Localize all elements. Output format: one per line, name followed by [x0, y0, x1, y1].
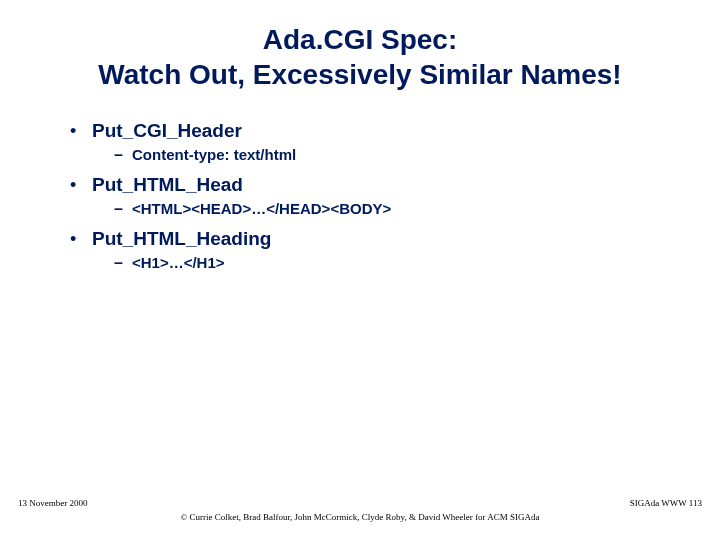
- bullet-text: Put_HTML_Head: [92, 174, 243, 196]
- title-line-1: Ada.CGI Spec:Watch Out, Excessively Simi…: [98, 24, 621, 90]
- bullet-icon: •: [70, 229, 92, 250]
- sub-bullet-item: – <H1>…</H1>: [70, 254, 690, 272]
- footer-row: 13 November 2000 SIGAda WWW 113: [18, 498, 702, 508]
- footer-date: 13 November 2000: [18, 498, 88, 508]
- content-area: • Put_CGI_Header – Content-type: text/ht…: [30, 120, 690, 272]
- slide-title: Ada.CGI Spec:Watch Out, Excessively Simi…: [30, 22, 690, 92]
- bullet-icon: •: [70, 121, 92, 142]
- bullet-icon: •: [70, 175, 92, 196]
- bullet-text: Put_HTML_Heading: [92, 228, 271, 250]
- sub-bullet-text: <H1>…</H1>: [132, 254, 225, 271]
- bullet-item: • Put_CGI_Header: [70, 120, 690, 142]
- dash-icon: –: [114, 146, 132, 164]
- footer-page: SIGAda WWW 113: [630, 498, 702, 508]
- bullet-item: • Put_HTML_Heading: [70, 228, 690, 250]
- sub-bullet-text: <HTML><HEAD>…</HEAD><BODY>: [132, 200, 391, 217]
- bullet-item: • Put_HTML_Head: [70, 174, 690, 196]
- footer: 13 November 2000 SIGAda WWW 113 © Currie…: [0, 498, 720, 522]
- dash-icon: –: [114, 200, 132, 218]
- slide: Ada.CGI Spec:Watch Out, Excessively Simi…: [0, 0, 720, 540]
- sub-bullet-item: – Content-type: text/html: [70, 146, 690, 164]
- dash-icon: –: [114, 254, 132, 272]
- bullet-text: Put_CGI_Header: [92, 120, 242, 142]
- sub-bullet-item: – <HTML><HEAD>…</HEAD><BODY>: [70, 200, 690, 218]
- sub-bullet-text: Content-type: text/html: [132, 146, 296, 163]
- footer-copyright: © Currie Colket, Brad Balfour, John McCo…: [18, 512, 702, 522]
